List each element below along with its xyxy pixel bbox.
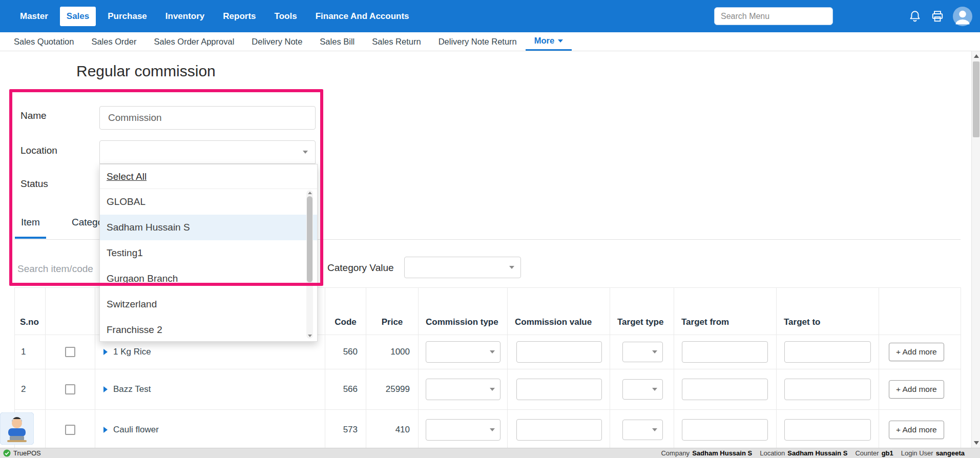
subnav-more-label: More	[534, 36, 554, 46]
counter-value: gb1	[882, 449, 893, 457]
item-name: Cauli flower	[113, 425, 159, 435]
scrollbar-thumb[interactable]	[973, 61, 979, 137]
dropdown-option-gurgaon-branch[interactable]: Gurgaon Branch	[100, 266, 317, 292]
top-navigation-bar: Master Sales Purchase Inventory Reports …	[0, 0, 980, 32]
scroll-down-icon[interactable]	[308, 335, 312, 337]
location-value: Sadham Hussain S	[787, 449, 847, 457]
dropdown-option-global[interactable]: GLOBAL	[100, 189, 317, 215]
menu-item-purchase[interactable]: Purchase	[101, 7, 154, 26]
target-type-select[interactable]	[622, 342, 663, 362]
item-price: 410	[366, 410, 419, 450]
commission-value-input[interactable]	[516, 341, 602, 363]
chevron-down-icon	[652, 388, 657, 391]
col-header-sno: S.no	[15, 288, 46, 335]
location-label: Location	[20, 145, 57, 156]
chevron-down-icon	[490, 350, 495, 353]
item-code: 573	[325, 410, 366, 450]
brand-label: TruePOS	[13, 449, 41, 457]
target-to-input[interactable]	[784, 419, 871, 441]
menu-item-reports[interactable]: Reports	[216, 7, 262, 26]
counter-label: Counter	[855, 449, 879, 457]
menu-item-inventory[interactable]: Inventory	[159, 7, 212, 26]
location-select[interactable]	[99, 140, 316, 164]
name-input[interactable]	[99, 106, 316, 130]
row-sno: 2	[15, 369, 46, 410]
item-code: 566	[325, 369, 366, 410]
page-scrollbar[interactable]	[971, 51, 980, 448]
target-from-input[interactable]	[682, 419, 768, 441]
target-to-input[interactable]	[784, 379, 871, 400]
subnav-item-sales-order[interactable]: Sales Order	[82, 32, 145, 51]
target-from-input[interactable]	[682, 379, 768, 400]
dropdown-option-franchisse-2[interactable]: Franchisse 2	[100, 317, 317, 341]
printer-icon[interactable]	[930, 9, 944, 23]
col-header-code: Code	[325, 288, 366, 335]
company-label: Company	[661, 449, 690, 457]
add-more-button[interactable]: + Add more	[889, 343, 944, 361]
subnav-item-sales-return[interactable]: Sales Return	[363, 32, 429, 51]
select-all-label: Select All	[107, 171, 147, 182]
commission-type-select[interactable]	[426, 379, 501, 400]
menu-item-sales[interactable]: Sales	[60, 7, 96, 26]
scroll-up-icon[interactable]	[974, 54, 979, 58]
session-info: Company Sadham Hussain S Location Sadham…	[661, 449, 965, 457]
commission-value-input[interactable]	[516, 419, 602, 441]
col-header-target-to: Target to	[777, 288, 879, 335]
col-header-actions	[879, 288, 961, 335]
add-more-button[interactable]: + Add more	[889, 380, 944, 399]
item-price: 25999	[366, 369, 419, 410]
subnav-item-sales-bill[interactable]: Sales Bill	[311, 32, 363, 51]
target-from-input[interactable]	[682, 341, 768, 363]
col-header-select	[46, 288, 95, 335]
chevron-down-icon	[490, 388, 495, 391]
location-dropdown-panel: Select All GLOBAL Sadham Hussain S Testi…	[99, 164, 318, 342]
subnav-item-delivery-note-return[interactable]: Delivery Note Return	[430, 32, 526, 51]
commission-type-select[interactable]	[426, 341, 501, 363]
user-avatar[interactable]	[952, 6, 973, 27]
target-to-input[interactable]	[784, 341, 871, 363]
commission-type-select[interactable]	[426, 419, 501, 441]
subnav-item-delivery-note[interactable]: Delivery Note	[243, 32, 311, 51]
expand-row-icon[interactable]	[103, 427, 108, 433]
target-type-select[interactable]	[622, 420, 663, 440]
chevron-down-icon	[509, 266, 514, 269]
subnav-item-sales-quotation[interactable]: Sales Quotation	[5, 32, 82, 51]
row-checkbox[interactable]	[65, 384, 75, 394]
location-label: Location	[760, 449, 785, 457]
row-checkbox[interactable]	[65, 347, 75, 357]
category-value-select[interactable]	[404, 257, 521, 278]
help-mascot-image[interactable]	[0, 412, 34, 445]
tab-item[interactable]: Item	[15, 217, 46, 239]
target-type-select[interactable]	[622, 379, 663, 400]
scroll-down-icon[interactable]	[974, 441, 979, 445]
row-sno: 1	[15, 335, 46, 369]
bell-icon[interactable]	[908, 9, 922, 23]
sales-sub-navigation: Sales Quotation Sales Order Sales Order …	[0, 32, 980, 51]
chevron-down-icon	[652, 428, 657, 431]
subnav-item-sales-order-approval[interactable]: Sales Order Approval	[145, 32, 243, 51]
subnav-item-more[interactable]: More	[526, 32, 572, 51]
row-checkbox[interactable]	[65, 425, 75, 435]
item-name: Bazz Test	[113, 384, 151, 394]
menu-item-finance-and-accounts[interactable]: Finance And Accounts	[309, 7, 416, 26]
expand-row-icon[interactable]	[103, 386, 108, 392]
dropdown-scrollbar[interactable]	[306, 190, 313, 339]
dropdown-scrollbar-thumb[interactable]	[307, 196, 312, 282]
dropdown-option-switzerland[interactable]: Switzerland	[100, 292, 317, 317]
dropdown-option-sadham-hussain-s[interactable]: Sadham Hussain S	[100, 215, 317, 240]
search-menu-input[interactable]	[714, 7, 833, 25]
dropdown-option-testing1[interactable]: Testing1	[100, 240, 317, 266]
menu-item-tools[interactable]: Tools	[268, 7, 304, 26]
commission-value-input[interactable]	[516, 379, 602, 400]
name-label: Name	[20, 110, 47, 121]
add-more-button[interactable]: + Add more	[889, 421, 944, 439]
check-icon	[3, 449, 11, 457]
menu-item-master[interactable]: Master	[13, 7, 55, 26]
expand-row-icon[interactable]	[103, 349, 108, 355]
item-price: 1000	[366, 335, 419, 369]
topbar-right-group	[714, 6, 973, 27]
login-user-value: sangeeta	[936, 449, 965, 457]
scroll-up-icon[interactable]	[308, 192, 312, 194]
chevron-down-icon	[652, 350, 657, 353]
select-all-link[interactable]: Select All	[100, 164, 317, 189]
